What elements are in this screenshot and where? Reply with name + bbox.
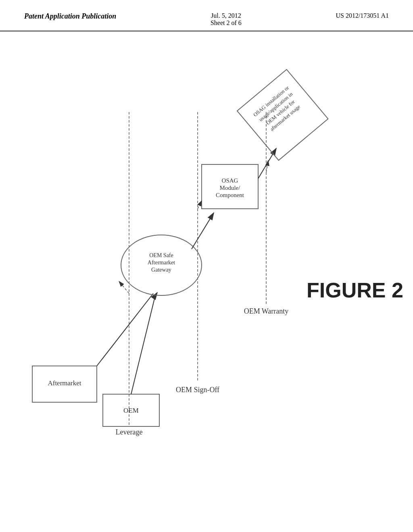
aftermarket-label: Aftermarket [48,379,81,387]
svg-line-4 [97,293,153,366]
sheet-info: Sheet 2 of 6 [211,19,242,27]
diagram-svg: Leverage OEM Sign-Off OEM Warranty After… [0,31,413,519]
gateway-label-1: OEM Safe [149,252,173,258]
oem-signoff-label: OEM Sign-Off [176,386,219,394]
figure-label: FIGURE 2 [307,278,403,302]
svg-line-10 [198,201,202,209]
svg-line-5 [131,295,155,394]
oem-box-label: OEM [123,407,139,414]
page-header: Patent Application Publication Jul. 5, 2… [0,0,413,31]
svg-line-9 [119,281,129,293]
publication-type: Patent Application Publication [24,12,116,21]
gateway-label-3: Gateway [151,267,171,273]
svg-line-7 [192,213,214,249]
osag-module-label-3: Component [216,192,244,198]
diagram-area: Leverage OEM Sign-Off OEM Warranty After… [0,31,413,519]
publication-date: Jul. 5, 2012 [211,12,242,19]
osag-module-label-2: Module/ [220,185,241,191]
svg-line-8 [258,148,276,179]
leverage-label: Leverage [116,428,143,436]
osag-module-label-1: OSAG [222,177,238,184]
oem-warranty-label: OEM Warranty [244,307,289,315]
patent-number: US 2012/173051 A1 [336,12,389,19]
svg-line-6 [154,293,157,297]
gateway-label-2: Aftermarket [148,260,175,266]
osag-install-box [237,69,328,160]
header-center: Jul. 5, 2012 Sheet 2 of 6 [211,12,242,27]
